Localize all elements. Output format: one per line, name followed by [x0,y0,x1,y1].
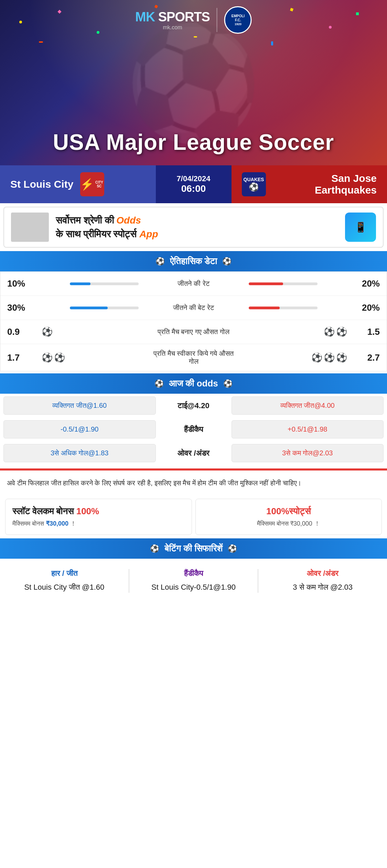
stat-label-1: जीतने की रेट [149,280,238,288]
odds-header-text: आज की odds [169,378,218,389]
stat-label-3: प्रति मैच बनाए गए औसत गोल [149,328,238,336]
bonus-card-left[interactable]: स्लॉट वेलकम बोनस 100% मैक्सिमम बोनस ₹30,… [5,499,192,535]
bar-track-right-2 [249,307,318,309]
rec-value-3: 3 से कम गोल @2.03 [265,581,380,593]
odds-row-3: 3से अधिक गोल@1.83 ओवर /अंडर 3से कम गोल@2… [3,441,384,465]
ball-icon-right-3-2: ⚽ [336,327,347,337]
stat-left-section-1: 10% [7,278,149,289]
promo-app-icon: 📱 [345,213,376,242]
match-bar: St Louis City ⚡ CITY SC 7/04/2024 06:00 … [0,165,387,203]
rec-type-2: हैंडीकैप [136,569,251,578]
stat-left-section-4: 1.7 ⚽ ⚽ [7,352,149,363]
bar-fill-right-2 [249,307,280,309]
away-team-badge: QUAKES ⚽ [242,172,266,196]
home-team-badge: ⚡ CITY SC [80,172,104,196]
match-date: 7/04/2024 [177,174,211,183]
odds-handicap-right-btn[interactable]: +0.5/1@1.98 [232,420,384,438]
away-team-section: QUAKES ⚽ San Jose Earthquakes [232,165,387,203]
stat-label-4: प्रति मैच स्वीकार किये गये औसत गोल [149,350,238,365]
odds-over-btn[interactable]: 3से अधिक गोल@1.83 [3,444,156,462]
rec-value-2: St Louis City-0.5/1@1.90 [136,581,251,593]
odds-under-btn[interactable]: 3से कम गोल@2.03 [232,444,384,462]
bonus-left-subtitle: मैक्सिमम बोनस ₹30,000 ！ [12,519,185,528]
home-team-section: St Louis City ⚡ CITY SC [0,165,156,203]
odds-header: ⚽ आज की odds ⚽ [0,373,387,394]
promo-banner[interactable]: सर्वोत्तम श्रेणी की Oddsके साथ प्रीमियर … [3,207,384,248]
odds-home-win-btn[interactable]: व्यक्तिगत जीत@1.60 [3,396,156,415]
rec-row: हार / जीत St Louis City जीत @1.60 हैंडीक… [3,562,384,600]
promo-text: सर्वोत्तम श्रेणी की Oddsके साथ प्रीमियर … [56,214,338,240]
odds-handicap-left-btn[interactable]: -0.5/1@1.90 [3,420,156,438]
stat-right-section-3: ⚽ ⚽ 1.5 [238,327,380,337]
bar-fill-left-1 [70,282,90,285]
odds-word: Odds [116,215,141,226]
stat-right-val-1: 20% [352,278,380,289]
bonus-left-amount: ₹30,000 [46,520,68,527]
stat-label-2: जीतने की बेट रेट [149,304,238,312]
promo-image-placeholder [11,213,49,242]
ball-icon-left-4-2: ⚽ [54,352,65,363]
hero-title: USA Major League Soccer [0,130,387,155]
betting-rec-section: हार / जीत St Louis City जीत @1.60 हैंडीक… [0,559,387,603]
stat-right-section-2: 20% [238,302,380,313]
stat-right-section-1: 20% [238,278,380,289]
rec-divider-2 [258,569,258,593]
historical-ball-right: ⚽ [222,257,232,266]
stat-left-section-3: 0.9 ⚽ [7,327,149,337]
hero-banner: MK SPORTS mk.com EMPOLIF.C. 1920 ⚽ USA M… [0,0,387,165]
stat-left-val-1: 10% [7,278,35,289]
stat-right-bar-1 [238,282,353,285]
stats-table: 10% जीतने की रेट 20% 30% [0,271,387,371]
rec-card-2: हैंडीकैप St Louis City-0.5/1@1.90 [133,566,255,596]
odds-ball-left: ⚽ [154,379,164,388]
bar-fill-left-2 [70,307,108,309]
odds-tie-label: टाई@4.20 [159,401,228,410]
ball-icon-right-4-2: ⚽ [324,352,335,363]
stat-row-goals-scored: 0.9 ⚽ प्रति मैच बनाए गए औसत गोल ⚽ ⚽ 1.5 [0,320,387,344]
stat-left-val-2: 30% [7,302,35,313]
betting-rec-header: ⚽ बेटिंग की सिफारिशें ⚽ [0,538,387,559]
stat-right-bar-2 [238,307,353,309]
rec-value-1: St Louis City जीत @1.60 [7,581,122,593]
stat-icons-right-3: ⚽ ⚽ [324,327,352,337]
bonus-left-title: स्लॉट वेलकम बोनस 100% [12,506,185,517]
bar-track-left-1 [70,282,139,285]
stat-left-section-2: 30% [7,302,149,313]
odds-row-1: व्यक्तिगत जीत@1.60 टाई@4.20 व्यक्तिगत जी… [3,394,384,417]
app-word: App [139,229,158,239]
stat-icons-left-4: ⚽ ⚽ [35,352,65,363]
stat-right-val-3: 1.5 [352,327,380,337]
odds-ball-right: ⚽ [223,379,233,388]
historical-ball-left: ⚽ [155,257,165,266]
stat-row-win-rate: 10% जीतने की रेट 20% [0,272,387,296]
rec-ball-left: ⚽ [150,544,159,553]
ball-icon-right-4-3: ⚽ [336,352,347,363]
stat-right-val-2: 20% [352,302,380,313]
stat-left-bar-2 [35,307,149,309]
hero-title-area: USA Major League Soccer [0,130,387,155]
match-time: 06:00 [181,183,206,194]
match-center: 7/04/2024 06:00 [156,165,232,203]
bonus-right-subtitle: मैक्सिमम बोनस ₹30,000 ！ [203,519,375,528]
odds-ou-label: ओवर /अंडर [159,449,228,458]
odds-away-win-btn[interactable]: व्यक्तिगत जीत@4.00 [232,396,384,415]
stat-right-val-4: 2.7 [352,352,380,363]
odds-handicap-label: हैंडीकैप [159,425,228,434]
stat-right-section-4: ⚽ ⚽ ⚽ 2.7 [238,352,380,363]
historical-header: ⚽ ऐतिहासिक डेटा ⚽ [0,251,387,271]
bonus-card-right[interactable]: 100%स्पोर्ट्स मैक्सिमम बोनस ₹30,000 ！ [195,499,382,535]
bonus-left-pct: 100% [76,506,99,516]
stat-icons-right-4: ⚽ ⚽ ⚽ [311,352,352,363]
bar-track-right-1 [249,282,318,285]
stat-icons-left-3: ⚽ [35,327,53,337]
bonus-section: स्लॉट वेलकम बोनस 100% मैक्सिमम बोनस ₹30,… [3,499,384,535]
odds-section: व्यक्तिगत जीत@1.60 टाई@4.20 व्यक्तिगत जी… [0,394,387,468]
ball-icon-right-4-1: ⚽ [311,352,322,363]
rec-card-1: हार / जीत St Louis City जीत @1.60 [3,566,125,596]
stat-row-bet-rate: 30% जीतने की बेट रेट 20% [0,296,387,320]
rec-ball-right: ⚽ [228,544,237,553]
stat-left-val-4: 1.7 [7,352,35,363]
home-team-name: St Louis City [10,178,73,190]
rec-type-1: हार / जीत [7,569,122,578]
bar-fill-right-1 [249,282,283,285]
